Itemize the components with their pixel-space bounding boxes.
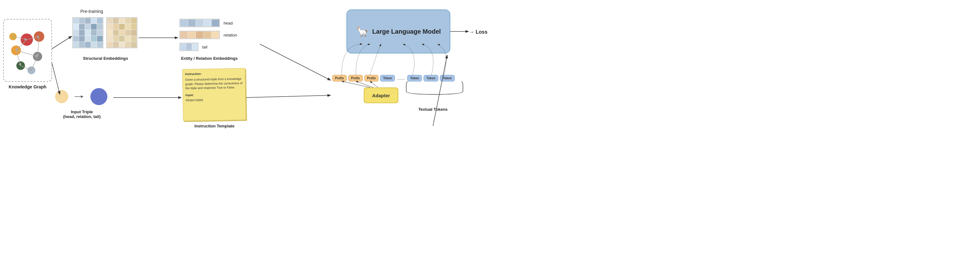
llama-icon: 🦙 [356,25,368,37]
adapter-to-prefix1-arrow [342,81,370,87]
prefix-box-2: Prefix [348,75,363,81]
head-cells [180,19,220,27]
entity-relation-embed-label: Entity / Relation Embeddings [175,56,244,61]
input-triple-placeholder: #{input triple} [186,97,243,102]
adapter-to-prefix2-arrow [356,81,373,87]
instruction-template-box: Instruction: Given a structured triple f… [182,68,246,121]
textual-tokens-brace [405,80,465,105]
loss-label: → Loss [469,29,487,35]
triple-head-circle [55,90,68,103]
instruction-text: Given a structured triple from a knowled… [185,76,243,90]
kg-to-struct-arrow [52,36,72,49]
dots-separator: ....... [396,76,406,81]
token-box-2: Token [407,75,422,81]
instruction-template-label: Instruction Template [186,124,243,129]
adapter-label: Adapter [372,93,390,98]
svg-marker-1 [81,95,83,98]
tail-label: tail [202,45,207,49]
head-label: head [224,21,233,25]
triple-tail-circle [91,88,107,105]
warm-grid [107,17,137,48]
entity-relation-embed: head relation tail [180,19,237,55]
pretraining-label: Pre-training [80,9,103,14]
instruction-to-adapter-arrow [246,95,331,97]
instruction-content: Instruction: [185,71,242,76]
input-triple-label: Input Triple (head, relation, tail) [55,110,109,119]
llm-label: Large Language Model [372,28,441,35]
adapter-box: Adapter [364,87,398,103]
token-box-1: Token [380,75,395,81]
prefix-box-3: Prefix [364,75,379,81]
textual-tokens-label: Textual Tokens [405,107,461,112]
knowledge-graph-svg [4,19,51,81]
head-embed-row: head [180,19,237,27]
token-box-3: Token [423,75,438,81]
adapter-to-prefix3-arrow [370,81,378,87]
triple-arrow [75,94,84,99]
relation-embed-row: relation [180,31,237,39]
input-label: Input: [186,92,243,97]
main-diagram: Knowledge Graph Pre-training [0,0,490,138]
tail-cells [180,43,198,51]
tail-embed-row: tail [180,43,237,51]
node-yellow [10,33,17,40]
blue-grid [72,17,103,48]
relation-label: relation [224,33,237,37]
knowledge-graph-label: Knowledge Graph [3,84,52,89]
node-dark-orange [34,32,44,42]
relation-cells [180,31,220,39]
token-row: Prefix Prefix Prefix Token ....... Token… [332,75,455,81]
prefix-box-1: Prefix [332,75,347,81]
knowledge-graph-box [3,19,52,82]
input-triple-circles [55,88,107,105]
textual-to-llm-arrow [433,55,447,126]
entity-to-adapter-arrow [260,44,331,80]
token-box-4: Token [440,75,455,81]
structural-embeddings-label: Structural Embeddings [76,56,135,61]
structural-embeddings-grids [72,17,137,48]
llm-box: 🦙 Large Language Model [347,10,450,54]
